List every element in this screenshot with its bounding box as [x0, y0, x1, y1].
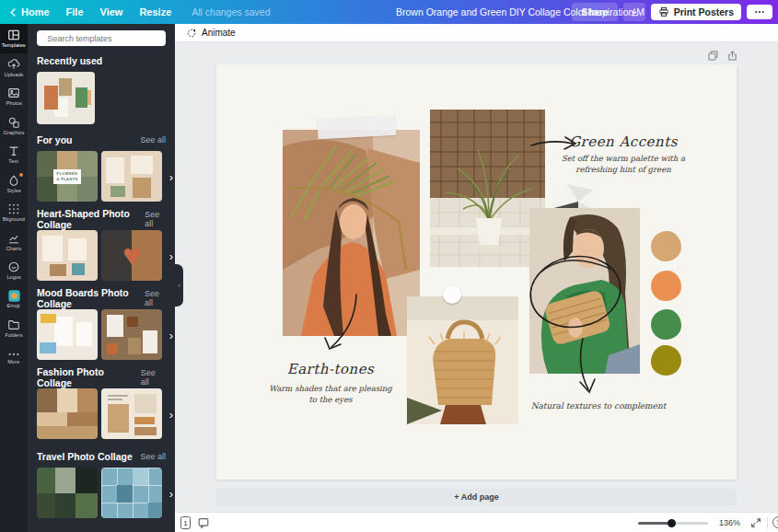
sidebar-item-label: Text — [9, 158, 18, 164]
photo-palm-plant[interactable] — [430, 110, 545, 267]
help-button[interactable]: ? — [772, 516, 778, 528]
photo-woman-green-blouse[interactable] — [529, 208, 640, 374]
sidebar-item-label: Folders — [5, 332, 22, 338]
chevron-right-icon[interactable]: › — [169, 249, 173, 262]
text-natural-textures[interactable]: Natural textures to complement — [516, 400, 681, 412]
sidebar-rail: Templates Uploads Photos Graphics Text S… — [0, 24, 28, 532]
more-options-icon — [754, 7, 765, 17]
more-options-button[interactable] — [747, 5, 772, 19]
page-actions — [707, 50, 738, 62]
download-button[interactable] — [623, 3, 645, 21]
template-thumbnail[interactable]: ♥ — [101, 230, 162, 281]
resize-menu[interactable]: Resize — [139, 6, 171, 17]
template-thumbnail[interactable] — [101, 468, 162, 518]
sidebar-item-label: Styles — [6, 188, 21, 193]
styles-icon — [7, 174, 20, 187]
templates-icon — [7, 29, 20, 41]
design-canvas[interactable]: Green Accents Set off the warm palette w… — [216, 64, 737, 480]
add-page-label: + Add page — [454, 492, 498, 502]
print-posters-label: Print Posters — [674, 6, 734, 17]
fullscreen-icon[interactable] — [750, 517, 761, 528]
sidebar-item-text[interactable]: Text — [0, 140, 28, 169]
photo-straw-basket[interactable] — [407, 296, 518, 424]
chevron-right-icon[interactable]: › — [169, 169, 173, 183]
round-sticker[interactable] — [443, 285, 461, 304]
photos-icon — [7, 87, 20, 99]
see-all-link[interactable]: See all — [145, 210, 166, 228]
print-posters-button[interactable]: Print Posters — [651, 4, 741, 20]
status-bar: 1 136% ? — [175, 512, 778, 532]
sidebar-item-styles[interactable]: Styles — [0, 169, 28, 199]
section-title: Travel Photo Collage — [37, 451, 133, 462]
text-green-accents-title[interactable]: Green Accents — [531, 133, 715, 150]
sidebar-item-label: Graphics — [4, 130, 25, 135]
sidebar-item-label: More — [7, 359, 19, 364]
tape-sticker[interactable] — [317, 115, 396, 139]
logos-icon — [7, 260, 20, 273]
sidebar-item-graphics[interactable]: Graphics — [0, 111, 28, 141]
zoom-slider-fill — [638, 522, 669, 525]
sidebar-item-folders[interactable]: Folders — [0, 314, 28, 343]
template-thumbnail[interactable] — [101, 151, 162, 202]
template-thumbnail[interactable] — [101, 309, 162, 360]
template-thumbnail[interactable] — [37, 388, 98, 439]
chevron-right-icon[interactable]: › — [169, 407, 173, 421]
chevron-right-icon[interactable]: › — [169, 328, 173, 341]
sidebar-item-logos[interactable]: Logos — [0, 256, 28, 285]
home-button[interactable]: Home — [9, 6, 50, 17]
search-input[interactable] — [45, 33, 157, 44]
zoom-level[interactable]: 136% — [709, 518, 740, 527]
filter-icon[interactable] — [160, 33, 161, 43]
printer-icon — [658, 6, 669, 17]
see-all-link[interactable]: See all — [140, 452, 166, 461]
palette-dot-tan[interactable] — [651, 231, 681, 261]
text-icon — [7, 145, 20, 157]
chevron-right-icon[interactable]: › — [169, 486, 173, 500]
add-page-button[interactable]: + Add page — [216, 489, 737, 505]
thumbnail-caption: FLOWERS & PLANTS — [53, 169, 81, 184]
sidebar-item-photos[interactable]: Photos — [0, 82, 28, 111]
palette-dot-orange[interactable] — [651, 271, 681, 301]
text-earth-tones-subtitle[interactable]: Warm shades that are pleasing to the eye… — [266, 383, 395, 406]
notification-dot — [19, 173, 23, 177]
photo-woman-palm-leaf[interactable] — [283, 130, 420, 336]
see-all-link[interactable]: See all — [145, 289, 166, 307]
page-indicator[interactable]: 1 — [180, 516, 191, 529]
file-menu[interactable]: File — [66, 6, 84, 17]
sidebar-item-label: Photos — [6, 100, 22, 106]
sidebar-item-uploads[interactable]: Uploads — [0, 53, 28, 83]
text-earth-tones-title[interactable]: Earth-tones — [257, 361, 404, 377]
template-thumbnail[interactable] — [37, 230, 98, 281]
sidebar-item-templates[interactable]: Templates — [0, 24, 28, 53]
sidebar-item-charts[interactable]: Charts — [0, 227, 28, 257]
template-thumbnail[interactable] — [37, 309, 98, 360]
zoom-slider-handle[interactable] — [668, 519, 676, 527]
search-box[interactable] — [37, 30, 166, 46]
sidebar-item-emoji[interactable]: Emoji — [0, 285, 28, 315]
panel-collapse-tab[interactable]: ‹ — [175, 264, 183, 306]
canva-editor: Home File View Resize All changes saved … — [0, 0, 778, 532]
sidebar-item-background[interactable]: Bkground — [0, 198, 28, 227]
view-menu[interactable]: View — [100, 6, 123, 17]
background-pattern-icon — [7, 202, 20, 215]
see-all-link[interactable]: See all — [141, 368, 166, 387]
export-page-icon[interactable] — [726, 50, 738, 62]
template-thumbnail-recent[interactable] — [37, 72, 95, 124]
palette-dot-green[interactable] — [651, 309, 681, 340]
template-thumbnail[interactable]: FLOWERS & PLANTS — [37, 151, 98, 202]
share-button[interactable]: Share — [572, 3, 617, 21]
sidebar-item-more[interactable]: More — [0, 343, 28, 373]
animate-button[interactable]: Animate — [182, 26, 239, 40]
template-thumbnail[interactable] — [101, 388, 162, 439]
duplicate-page-icon[interactable] — [707, 50, 719, 62]
template-thumbnail[interactable] — [37, 468, 98, 518]
section-title: For you — [37, 134, 73, 145]
sidebar-item-label: Uploads — [5, 72, 24, 77]
zoom-slider[interactable] — [638, 522, 708, 525]
text-green-accents-subtitle[interactable]: Set off the warm palette with a refreshi… — [554, 153, 692, 176]
sidebar-item-label: Templates — [2, 42, 26, 48]
palette-dot-olive[interactable] — [651, 345, 681, 376]
see-all-link[interactable]: See all — [140, 135, 166, 145]
back-chevron-icon — [9, 7, 17, 17]
notes-icon[interactable] — [197, 516, 210, 529]
